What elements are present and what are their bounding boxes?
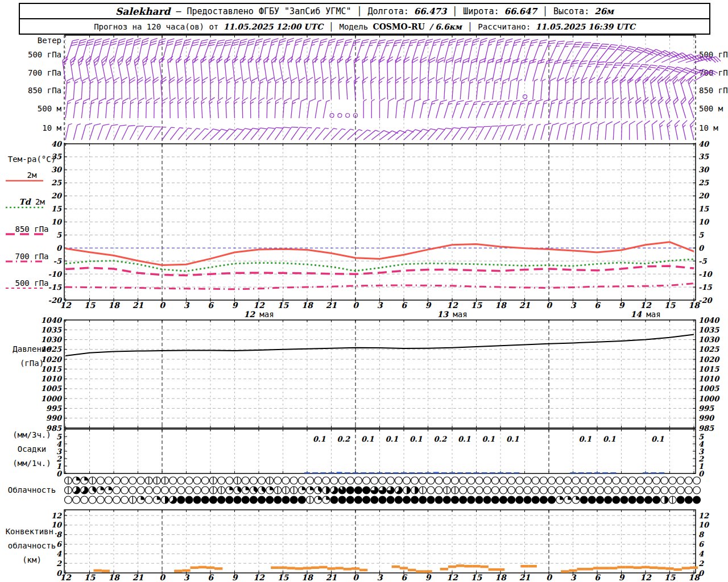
barb-half-feather [420, 81, 424, 83]
pressure-ytick-right: 1010 [698, 375, 720, 383]
wind-barb [485, 77, 493, 100]
wind-barb [533, 58, 545, 83]
pressure-ytick-left: 1005 [41, 384, 62, 393]
wind-barb [635, 77, 643, 99]
barb-staff [201, 60, 202, 81]
cloud-okta-fill [246, 487, 250, 490]
barb-half-feather [90, 81, 93, 83]
wind-barb [235, 77, 241, 99]
barb-staff [251, 128, 260, 140]
barb-half-feather [276, 81, 279, 84]
barb-staff [565, 81, 566, 99]
cloud-okta-circle [572, 477, 580, 484]
barb-staff [493, 126, 499, 140]
barb-feather [412, 77, 418, 81]
wind-barb [275, 77, 282, 99]
barb-half-feather [605, 81, 608, 83]
wind-barb [226, 98, 233, 118]
precip-amount-label: 0.1 [506, 435, 519, 443]
barb-half-feather [326, 99, 330, 102]
temp-ytick-right: 0 [698, 244, 705, 252]
barb-staff [323, 81, 324, 99]
wind-barb [628, 97, 635, 118]
wind-barb [557, 77, 564, 100]
barb-feather [613, 98, 619, 101]
time-tick-label-bottom: 15 [84, 573, 96, 582]
time-tick-label-bottom: 9 [232, 573, 238, 582]
barb-staff [307, 128, 317, 140]
wind-barb [70, 56, 79, 81]
barb-staff [73, 81, 75, 99]
precip-hourly-bar [401, 472, 407, 473]
cloud-okta-circle [443, 477, 450, 484]
barb-staff [493, 40, 498, 63]
cloud-okta-circle [113, 477, 121, 484]
barb-staff [597, 63, 607, 81]
legend-t2m-label: 2м [2, 171, 61, 180]
pressure-ytick-right: 1030 [698, 335, 720, 344]
precip-hourly-bar [377, 472, 383, 473]
temp-ytick-right: 25 [698, 178, 709, 187]
time-tick-label-top: 12 [446, 301, 458, 310]
altitude-label: Высота: [553, 6, 589, 16]
pressure-ytick-left: 1040 [41, 316, 63, 325]
cloud-okta-circle [274, 496, 282, 504]
time-tick-label-bottom: 18 [108, 573, 120, 582]
barb-staff [650, 81, 653, 99]
barb-feather [115, 98, 121, 102]
barb-staff [436, 60, 438, 81]
cloud-okta-circle [685, 496, 692, 504]
barb-half-feather [69, 123, 72, 125]
barb-half-feather [535, 79, 538, 81]
cloud-okta-circle [468, 496, 475, 504]
wind-barb [672, 97, 683, 118]
wind-barb [323, 99, 330, 119]
model-resolution: / 6.6км [429, 22, 462, 31]
barb-staff [193, 60, 195, 81]
barb-half-feather [267, 102, 271, 103]
barb-feather [75, 77, 81, 81]
time-tick-label-top: 6 [208, 301, 214, 310]
precip-amount-label: 0.1 [410, 435, 423, 443]
wind-barb [291, 77, 297, 99]
cloud-okta-circle [346, 477, 354, 484]
wind-barb [412, 77, 417, 99]
barb-half-feather [205, 127, 208, 131]
barb-half-feather [519, 79, 522, 81]
precip-label-3h: (мм/3ч.) [2, 430, 61, 440]
temp-panel-title: Тем-ра(°C) [2, 155, 61, 164]
precip-hourly-bar [369, 472, 374, 473]
wind-barb [218, 77, 224, 99]
barb-feather [606, 121, 612, 125]
wind-barb [667, 120, 676, 140]
barb-staff [460, 102, 466, 118]
barb-feather [227, 77, 233, 81]
time-tick-label-top: 21 [519, 301, 531, 310]
barb-feather [177, 98, 183, 101]
cloud-okta-circle [435, 487, 442, 494]
barb-staff [283, 40, 288, 63]
wind-barb [468, 57, 478, 82]
wind-barb [90, 122, 101, 142]
barb-staff [243, 81, 244, 99]
barb-half-feather [180, 126, 183, 130]
barb-feather [658, 99, 664, 104]
barb-staff [73, 101, 76, 118]
barb-staff [178, 128, 188, 140]
wind-barb [412, 98, 421, 119]
wind-barb [122, 123, 135, 142]
barb-feather [477, 124, 483, 130]
precip-hourly-bar [353, 472, 358, 473]
precip-amount-label: 0.1 [482, 435, 495, 443]
wind-barb [644, 120, 651, 140]
cloud-okta-circle [597, 496, 604, 504]
cloud-okta-circle [169, 487, 177, 494]
barb-half-feather [218, 102, 221, 104]
barb-staff [508, 81, 511, 99]
wind-barb [346, 77, 353, 99]
wind-barb [627, 77, 635, 99]
barb-staff [323, 128, 333, 140]
barb-feather [622, 121, 627, 124]
temp-ytick-right: 40 [698, 140, 710, 148]
precip-hourly-bar [425, 472, 431, 473]
